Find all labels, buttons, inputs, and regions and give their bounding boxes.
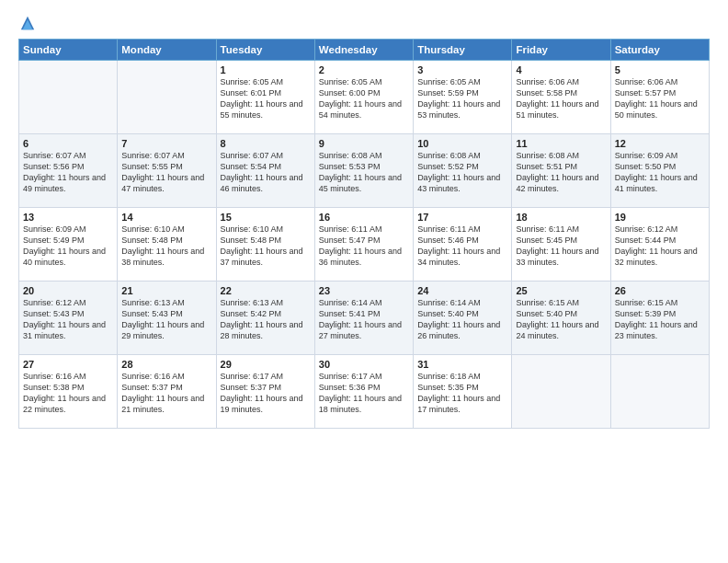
day-number: 24: [417, 285, 507, 296]
day-info: Sunrise: 6:10 AMSunset: 5:48 PMDaylight:…: [121, 224, 211, 269]
day-info: Sunrise: 6:08 AMSunset: 5:52 PMDaylight:…: [417, 150, 507, 195]
day-info: Sunrise: 6:12 AMSunset: 5:43 PMDaylight:…: [23, 297, 113, 342]
calendar-cell: 13Sunrise: 6:09 AMSunset: 5:49 PMDayligh…: [19, 208, 118, 282]
calendar-cell: 2Sunrise: 6:05 AMSunset: 6:00 PMDaylight…: [314, 61, 413, 134]
calendar-cell: 17Sunrise: 6:11 AMSunset: 5:46 PMDayligh…: [414, 208, 512, 282]
calendar-cell: [512, 355, 610, 429]
calendar-cell: 24Sunrise: 6:14 AMSunset: 5:40 PMDayligh…: [414, 282, 512, 355]
calendar-cell: 8Sunrise: 6:07 AMSunset: 5:54 PMDaylight…: [216, 134, 314, 208]
week-row-1: 1Sunrise: 6:05 AMSunset: 6:01 PMDaylight…: [19, 61, 710, 134]
calendar-cell: 4Sunrise: 6:06 AMSunset: 5:58 PMDaylight…: [512, 61, 610, 134]
day-info: Sunrise: 6:18 AMSunset: 5:35 PMDaylight:…: [417, 371, 507, 416]
calendar-cell: 29Sunrise: 6:17 AMSunset: 5:37 PMDayligh…: [216, 355, 314, 429]
day-number: 10: [417, 138, 507, 149]
day-number: 1: [221, 64, 311, 75]
calendar-cell: 6Sunrise: 6:07 AMSunset: 5:56 PMDaylight…: [19, 134, 118, 208]
week-row-4: 20Sunrise: 6:12 AMSunset: 5:43 PMDayligh…: [19, 282, 710, 355]
calendar-cell: 31Sunrise: 6:18 AMSunset: 5:35 PMDayligh…: [414, 355, 512, 429]
calendar-cell: 9Sunrise: 6:08 AMSunset: 5:53 PMDaylight…: [314, 134, 413, 208]
day-number: 30: [319, 359, 409, 370]
day-info: Sunrise: 6:15 AMSunset: 5:40 PMDaylight:…: [516, 297, 606, 342]
calendar-cell: 27Sunrise: 6:16 AMSunset: 5:38 PMDayligh…: [19, 355, 118, 429]
day-number: 3: [417, 64, 507, 75]
calendar-cell: 21Sunrise: 6:13 AMSunset: 5:43 PMDayligh…: [118, 282, 216, 355]
calendar-table: SundayMondayTuesdayWednesdayThursdayFrid…: [18, 39, 710, 429]
day-info: Sunrise: 6:06 AMSunset: 5:58 PMDaylight:…: [516, 76, 606, 121]
weekday-header-friday: Friday: [512, 40, 610, 61]
week-row-3: 13Sunrise: 6:09 AMSunset: 5:49 PMDayligh…: [19, 208, 710, 282]
day-number: 16: [319, 212, 409, 223]
day-number: 20: [23, 285, 113, 296]
day-info: Sunrise: 6:14 AMSunset: 5:40 PMDaylight:…: [417, 297, 507, 342]
calendar-cell: 14Sunrise: 6:10 AMSunset: 5:48 PMDayligh…: [118, 208, 216, 282]
day-number: 13: [23, 212, 113, 223]
calendar-cell: [118, 61, 216, 134]
day-info: Sunrise: 6:13 AMSunset: 5:43 PMDaylight:…: [121, 297, 211, 342]
calendar-cell: 5Sunrise: 6:06 AMSunset: 5:57 PMDaylight…: [610, 61, 709, 134]
calendar-cell: 23Sunrise: 6:14 AMSunset: 5:41 PMDayligh…: [314, 282, 413, 355]
calendar-cell: 15Sunrise: 6:10 AMSunset: 5:48 PMDayligh…: [216, 208, 314, 282]
calendar-cell: 16Sunrise: 6:11 AMSunset: 5:47 PMDayligh…: [314, 208, 413, 282]
day-info: Sunrise: 6:15 AMSunset: 5:39 PMDaylight:…: [615, 297, 705, 342]
day-number: 28: [121, 359, 211, 370]
day-info: Sunrise: 6:17 AMSunset: 5:37 PMDaylight:…: [221, 371, 311, 416]
day-info: Sunrise: 6:13 AMSunset: 5:42 PMDaylight:…: [221, 297, 311, 342]
day-info: Sunrise: 6:07 AMSunset: 5:55 PMDaylight:…: [121, 150, 211, 195]
day-number: 15: [221, 212, 311, 223]
day-number: 22: [221, 285, 311, 296]
week-row-2: 6Sunrise: 6:07 AMSunset: 5:56 PMDaylight…: [19, 134, 710, 208]
weekday-header-row: SundayMondayTuesdayWednesdayThursdayFrid…: [19, 40, 710, 61]
day-info: Sunrise: 6:07 AMSunset: 5:56 PMDaylight:…: [23, 150, 113, 195]
day-number: 31: [417, 359, 507, 370]
day-number: 2: [319, 64, 409, 75]
page: SundayMondayTuesdayWednesdayThursdayFrid…: [0, 0, 728, 563]
day-info: Sunrise: 6:12 AMSunset: 5:44 PMDaylight:…: [615, 224, 705, 269]
day-info: Sunrise: 6:11 AMSunset: 5:45 PMDaylight:…: [516, 224, 606, 269]
day-number: 6: [23, 138, 113, 149]
week-row-5: 27Sunrise: 6:16 AMSunset: 5:38 PMDayligh…: [19, 355, 710, 429]
calendar-cell: 26Sunrise: 6:15 AMSunset: 5:39 PMDayligh…: [610, 282, 709, 355]
day-info: Sunrise: 6:06 AMSunset: 5:57 PMDaylight:…: [615, 76, 705, 121]
day-info: Sunrise: 6:11 AMSunset: 5:47 PMDaylight:…: [319, 224, 409, 269]
calendar-cell: 28Sunrise: 6:16 AMSunset: 5:37 PMDayligh…: [118, 355, 216, 429]
day-number: 19: [615, 212, 705, 223]
day-number: 4: [516, 64, 606, 75]
day-info: Sunrise: 6:14 AMSunset: 5:41 PMDaylight:…: [319, 297, 409, 342]
calendar-cell: 25Sunrise: 6:15 AMSunset: 5:40 PMDayligh…: [512, 282, 610, 355]
calendar-cell: 22Sunrise: 6:13 AMSunset: 5:42 PMDayligh…: [216, 282, 314, 355]
calendar-cell: 3Sunrise: 6:05 AMSunset: 5:59 PMDaylight…: [414, 61, 512, 134]
calendar-cell: [610, 355, 709, 429]
weekday-header-thursday: Thursday: [414, 40, 512, 61]
weekday-header-monday: Monday: [118, 40, 216, 61]
day-info: Sunrise: 6:09 AMSunset: 5:49 PMDaylight:…: [23, 224, 113, 269]
calendar-cell: 30Sunrise: 6:17 AMSunset: 5:36 PMDayligh…: [314, 355, 413, 429]
calendar-cell: [19, 61, 118, 134]
day-number: 8: [221, 138, 311, 149]
day-number: 18: [516, 212, 606, 223]
day-info: Sunrise: 6:08 AMSunset: 5:51 PMDaylight:…: [516, 150, 606, 195]
day-number: 21: [121, 285, 211, 296]
logo-icon: [19, 15, 36, 31]
weekday-header-sunday: Sunday: [19, 40, 118, 61]
day-info: Sunrise: 6:08 AMSunset: 5:53 PMDaylight:…: [319, 150, 409, 195]
day-number: 14: [121, 212, 211, 223]
logo: [18, 17, 36, 31]
day-info: Sunrise: 6:05 AMSunset: 6:01 PMDaylight:…: [221, 76, 311, 121]
day-info: Sunrise: 6:16 AMSunset: 5:37 PMDaylight:…: [121, 371, 211, 416]
day-info: Sunrise: 6:05 AMSunset: 5:59 PMDaylight:…: [417, 76, 507, 121]
day-number: 7: [121, 138, 211, 149]
day-info: Sunrise: 6:09 AMSunset: 5:50 PMDaylight:…: [615, 150, 705, 195]
day-number: 17: [417, 212, 507, 223]
weekday-header-saturday: Saturday: [610, 40, 709, 61]
day-info: Sunrise: 6:11 AMSunset: 5:46 PMDaylight:…: [417, 224, 507, 269]
calendar-cell: 11Sunrise: 6:08 AMSunset: 5:51 PMDayligh…: [512, 134, 610, 208]
calendar-cell: 20Sunrise: 6:12 AMSunset: 5:43 PMDayligh…: [19, 282, 118, 355]
header: [18, 17, 710, 31]
day-number: 23: [319, 285, 409, 296]
day-number: 29: [221, 359, 311, 370]
day-number: 12: [615, 138, 705, 149]
day-info: Sunrise: 6:17 AMSunset: 5:36 PMDaylight:…: [319, 371, 409, 416]
calendar-cell: 7Sunrise: 6:07 AMSunset: 5:55 PMDaylight…: [118, 134, 216, 208]
calendar-cell: 12Sunrise: 6:09 AMSunset: 5:50 PMDayligh…: [610, 134, 709, 208]
weekday-header-wednesday: Wednesday: [314, 40, 413, 61]
